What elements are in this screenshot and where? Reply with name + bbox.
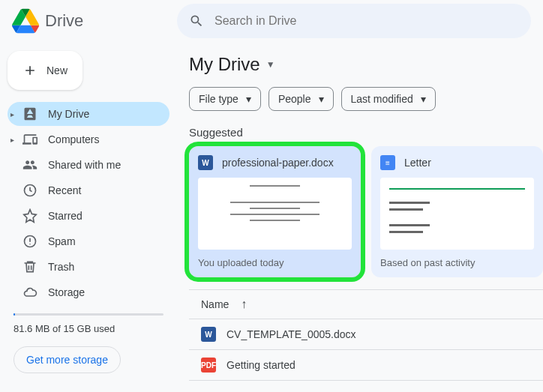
google-doc-icon: ≡ [380, 155, 395, 170]
trash-icon [22, 259, 38, 274]
drive-icon [22, 106, 38, 121]
card-title: Letter [404, 157, 431, 169]
chevron-down-icon: ▼ [266, 59, 275, 70]
pdf-icon: PDF [201, 358, 216, 373]
chevron-right-icon: ▸ [10, 136, 14, 144]
sidebar-item-label: Starred [48, 210, 82, 222]
sidebar-item-storage[interactable]: Storage [8, 280, 170, 304]
chevron-down-icon: ▾ [319, 93, 324, 105]
card-preview [198, 178, 352, 250]
suggested-label: Suggested [189, 126, 543, 139]
chevron-down-icon: ▾ [421, 93, 426, 105]
filter-last-modified[interactable]: Last modified▾ [341, 87, 436, 111]
storage-bar [14, 313, 164, 316]
sidebar-item-recent[interactable]: Recent [8, 178, 170, 202]
sidebar-item-starred[interactable]: Starred [8, 204, 170, 228]
search-bar[interactable] [177, 4, 531, 38]
filter-people[interactable]: People▾ [268, 87, 334, 111]
search-icon [189, 13, 204, 28]
file-row[interactable]: PDF Getting started [189, 350, 543, 381]
card-preview [380, 178, 534, 250]
sidebar-item-spam[interactable]: Spam [8, 229, 170, 253]
logo-area[interactable]: Drive [12, 7, 177, 34]
new-button[interactable]: New [8, 51, 82, 90]
page-title: My Drive [189, 54, 260, 75]
clock-icon [22, 183, 38, 198]
filter-file-type[interactable]: File type▾ [189, 87, 261, 111]
suggested-card[interactable]: W professional-paper.docx You uploaded t… [189, 146, 361, 277]
get-storage-button[interactable]: Get more storage [14, 346, 121, 373]
card-subtitle: You uploaded today [198, 257, 352, 268]
spam-icon [22, 234, 38, 249]
app-name: Drive [45, 11, 83, 31]
sidebar-item-label: Spam [48, 235, 76, 247]
new-button-label: New [46, 64, 68, 76]
word-doc-icon: W [201, 327, 216, 342]
file-name: CV_TEMPLATE_0005.docx [226, 328, 356, 340]
sidebar-item-label: Trash [48, 261, 74, 273]
drive-logo-icon [12, 7, 39, 34]
sidebar-item-label: Computers [48, 133, 99, 145]
column-name: Name [201, 298, 229, 310]
sidebar-item-label: My Drive [48, 108, 89, 120]
people-icon [22, 157, 38, 172]
star-icon [22, 208, 38, 223]
card-subtitle: Based on past activity [380, 257, 534, 268]
word-doc-icon: W [198, 155, 213, 170]
list-header[interactable]: Name ↑ [189, 289, 543, 319]
cloud-icon [22, 285, 38, 300]
location-dropdown[interactable]: My Drive ▼ [189, 54, 543, 75]
chevron-down-icon: ▾ [246, 93, 251, 105]
chevron-right-icon: ▸ [10, 110, 14, 118]
sidebar-item-computers[interactable]: ▸ Computers [8, 127, 170, 151]
devices-icon [22, 132, 38, 147]
storage-text: 81.6 MB of 15 GB used [8, 320, 170, 337]
sidebar-item-label: Storage [48, 286, 85, 298]
sidebar-item-label: Shared with me [48, 159, 121, 171]
sidebar-item-shared[interactable]: Shared with me [8, 153, 170, 177]
sidebar-item-trash[interactable]: Trash [8, 255, 170, 279]
sidebar-item-label: Recent [48, 184, 81, 196]
sort-ascending-icon[interactable]: ↑ [241, 298, 247, 311]
card-title: professional-paper.docx [222, 157, 334, 169]
plus-icon [22, 63, 38, 78]
search-input[interactable] [214, 14, 519, 28]
sidebar-item-my-drive[interactable]: ▸ My Drive [8, 102, 170, 126]
file-row[interactable]: W CV_TEMPLATE_0005.docx [189, 319, 543, 350]
file-name: Getting started [226, 359, 296, 371]
suggested-card[interactable]: ≡ Letter Based on past activity [371, 146, 543, 277]
